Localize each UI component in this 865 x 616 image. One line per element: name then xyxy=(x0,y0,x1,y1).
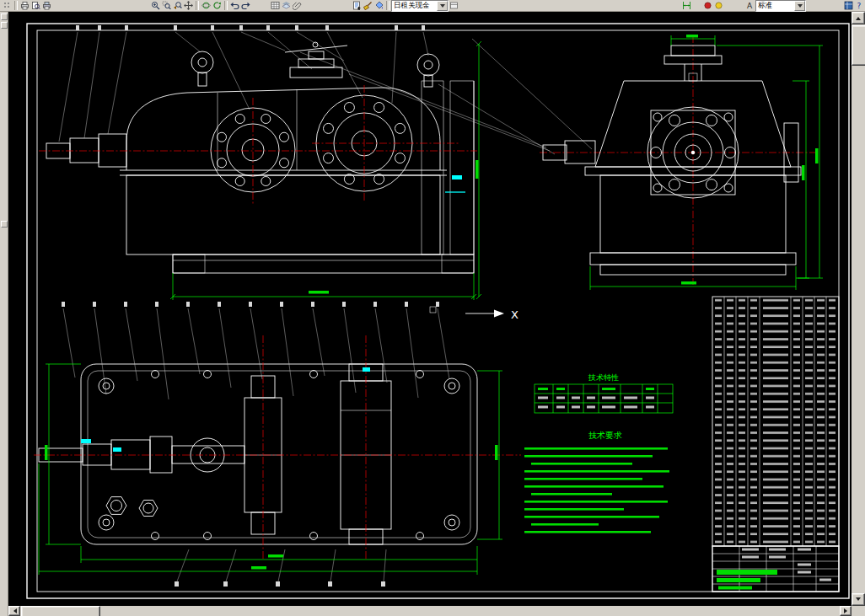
match-properties-icon[interactable] xyxy=(363,0,373,11)
left-toolbar-button-2[interactable] xyxy=(1,22,8,29)
cad-drawing: X 技术特性 技术要求 xyxy=(8,12,852,606)
front-view xyxy=(39,42,477,273)
text-style-combo-value: 标准 xyxy=(756,1,794,11)
scroll-right-icon xyxy=(844,608,850,613)
paint-icon[interactable] xyxy=(373,0,384,11)
side-view-dimensions xyxy=(590,35,823,290)
zoom-previous-icon[interactable] xyxy=(172,0,183,11)
text-style-icon[interactable]: A xyxy=(744,0,755,11)
horizontal-scrollbar-thumb[interactable] xyxy=(21,606,100,616)
properties-icon[interactable] xyxy=(352,0,363,11)
dim-style-combo-value: 日租关现金 xyxy=(392,1,437,11)
scroll-down-icon xyxy=(856,597,861,603)
drawing-canvas[interactable]: X 技术特性 技术要求 xyxy=(8,12,852,606)
regen-icon[interactable] xyxy=(212,0,223,11)
palette-icon[interactable] xyxy=(843,0,854,11)
section-arrow: X xyxy=(430,307,518,321)
chevron-down-icon[interactable] xyxy=(794,1,805,11)
scroll-right-button[interactable] xyxy=(840,606,852,616)
redo-icon[interactable] xyxy=(240,0,251,11)
scroll-left-button[interactable] xyxy=(8,606,20,616)
scroll-down-button[interactable] xyxy=(852,593,865,606)
toolbar-separator xyxy=(196,1,199,10)
attach-icon[interactable] xyxy=(292,0,303,11)
grip-icon[interactable] xyxy=(2,0,13,11)
toolbar-separator xyxy=(14,1,18,10)
svg-text:?: ? xyxy=(857,2,862,10)
cad-application-window: 日租关现金 A 标准 ? xyxy=(0,0,865,616)
toolbar-separator xyxy=(224,1,228,10)
section-label: X xyxy=(511,308,518,321)
toolbar-separator xyxy=(386,1,390,10)
tech-spec-title: 技术特性 xyxy=(588,373,619,382)
table-icon[interactable] xyxy=(270,0,281,11)
text-style-combo[interactable]: 标准 xyxy=(755,0,806,12)
orbit-icon[interactable] xyxy=(201,0,212,11)
tech-spec-table: 技术特性 xyxy=(535,373,673,413)
side-view xyxy=(540,35,816,285)
pan-icon[interactable] xyxy=(183,0,194,11)
zoom-realtime-icon[interactable] xyxy=(150,0,161,11)
vertical-scrollbar[interactable] xyxy=(852,12,865,606)
help-icon[interactable]: ? xyxy=(854,0,865,11)
bulb-icon[interactable] xyxy=(713,0,724,11)
tech-req-title: 技术要求 xyxy=(588,431,622,440)
scroll-up-button[interactable] xyxy=(852,12,865,24)
horizontal-scrollbar[interactable] xyxy=(8,606,852,616)
left-toolbar xyxy=(0,12,8,616)
layer-states-icon[interactable] xyxy=(449,0,459,11)
dim-linear-icon[interactable] xyxy=(681,0,692,11)
scroll-left-icon xyxy=(11,608,17,613)
scroll-up-icon xyxy=(856,14,861,20)
dim-style-combo[interactable]: 日租关现金 xyxy=(391,0,449,12)
scrollbar-corner xyxy=(852,606,865,616)
plot-icon[interactable] xyxy=(41,0,52,11)
title-block xyxy=(712,546,839,592)
front-view-dimensions xyxy=(170,41,481,300)
left-toolbar-button-3[interactable] xyxy=(1,221,8,228)
tech-req-block: 技术要求 xyxy=(524,431,669,533)
bom-table xyxy=(712,297,839,546)
plan-view-dimensions xyxy=(39,364,502,575)
print-preview-icon[interactable] xyxy=(30,0,41,11)
print-icon[interactable] xyxy=(19,0,30,11)
layers-icon[interactable] xyxy=(281,0,292,11)
item-leaders-front xyxy=(59,25,592,154)
record-icon[interactable] xyxy=(702,0,713,11)
zoom-window-icon[interactable] xyxy=(161,0,172,11)
toolbar-right-group: A 标准 ? xyxy=(681,0,865,12)
main-toolbar: 日租关现金 A 标准 ? xyxy=(0,0,865,12)
chevron-down-icon[interactable] xyxy=(437,1,448,11)
svg-text:A: A xyxy=(747,2,753,10)
undo-icon[interactable] xyxy=(229,0,240,11)
plan-view xyxy=(34,335,521,560)
vertical-scrollbar-thumb[interactable] xyxy=(852,25,865,66)
left-toolbar-button-1[interactable] xyxy=(1,13,8,20)
